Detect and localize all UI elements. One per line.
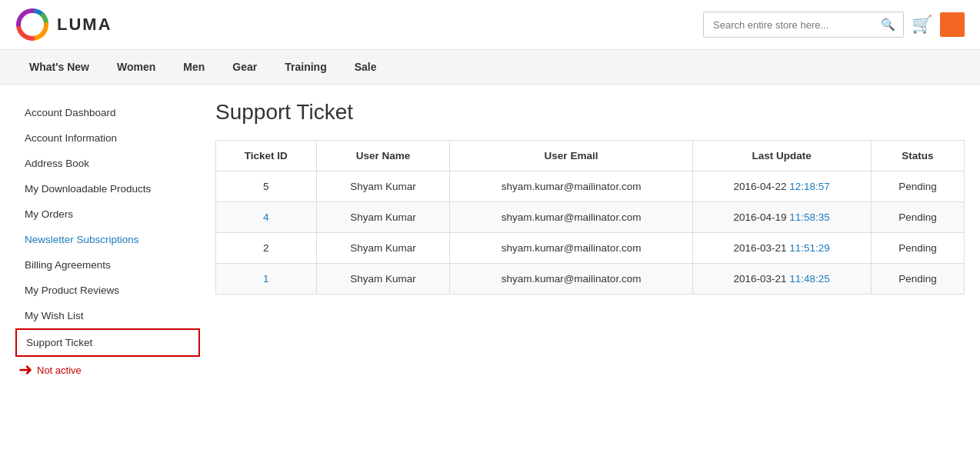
sidebar-item-wish-list[interactable]: My Wish List <box>15 303 200 328</box>
cell-last-update: 2016-04-19 11:58:35 <box>692 202 871 233</box>
cell-ticket-id[interactable]: 1 <box>216 264 317 295</box>
nav-link-men[interactable]: Men <box>169 50 218 84</box>
nav-list: What's New Women Men Gear Training Sale <box>15 50 965 84</box>
page-title: Support Ticket <box>215 100 965 125</box>
timestamp-time: 11:48:25 <box>789 273 830 285</box>
sidebar-item-address-book[interactable]: Address Book <box>15 151 200 176</box>
nav-item-training: Training <box>271 50 340 84</box>
sidebar-item-my-orders[interactable]: My Orders <box>15 201 200 227</box>
cart-icon[interactable]: 🛒 <box>912 15 932 35</box>
sidebar-item-support-ticket[interactable]: Support Ticket <box>15 328 200 357</box>
nav-link-gear[interactable]: Gear <box>218 50 271 84</box>
nav-link-sale[interactable]: Sale <box>341 50 391 84</box>
logo-text: LUMA <box>57 15 112 35</box>
sidebar-item-account-dashboard[interactable]: Account Dashboard <box>15 100 200 125</box>
table-row: 5Shyam Kumarshyam.kumar@mailinator.com20… <box>216 171 965 202</box>
annotation-row: ➜ Not active <box>18 360 200 380</box>
ticket-table: Ticket ID User Name User Email Last Upda… <box>215 140 965 295</box>
table-row: 4Shyam Kumarshyam.kumar@mailinator.com20… <box>216 202 965 233</box>
search-input[interactable] <box>704 14 873 36</box>
luma-logo-icon <box>15 8 49 42</box>
col-last-update: Last Update <box>692 141 871 171</box>
table-row: 2Shyam Kumarshyam.kumar@mailinator.com20… <box>216 233 965 264</box>
nav-link-training[interactable]: Training <box>271 50 340 84</box>
cell-user-email: shyam.kumar@mailinator.com <box>450 233 692 264</box>
sidebar-item-newsletter-subscriptions[interactable]: Newsletter Subscriptions <box>15 227 200 252</box>
cell-status: Pending <box>871 233 964 264</box>
cell-user-name: Shyam Kumar <box>316 233 450 264</box>
cell-user-email: shyam.kumar@mailinator.com <box>450 264 692 295</box>
cell-ticket-id[interactable]: 4 <box>216 202 317 233</box>
table-header-row: Ticket ID User Name User Email Last Upda… <box>216 141 965 171</box>
cell-user-name: Shyam Kumar <box>316 202 450 233</box>
not-active-label: Not active <box>37 364 82 376</box>
cell-last-update: 2016-04-22 12:18:57 <box>692 171 871 202</box>
nav-link-whats-new[interactable]: What's New <box>15 50 103 84</box>
cell-user-email: shyam.kumar@mailinator.com <box>450 171 692 202</box>
sidebar: Account Dashboard Account Information Ad… <box>15 100 200 380</box>
col-user-email: User Email <box>450 141 692 171</box>
nav-item-men: Men <box>169 50 218 84</box>
sidebar-item-product-reviews[interactable]: My Product Reviews <box>15 278 200 303</box>
timestamp-time: 12:18:57 <box>789 181 830 192</box>
cell-ticket-id[interactable]: 2 <box>216 233 317 264</box>
nav-link-women[interactable]: Women <box>103 50 169 84</box>
col-user-name: User Name <box>316 141 450 171</box>
search-button[interactable]: 🔍 <box>873 12 903 37</box>
main-content: Support Ticket Ticket ID User Name User … <box>215 100 965 380</box>
nav-item-gear: Gear <box>218 50 271 84</box>
cell-user-name: Shyam Kumar <box>316 171 450 202</box>
cell-status: Pending <box>871 202 964 233</box>
sidebar-item-downloadable-products[interactable]: My Downloadable Products <box>15 176 200 201</box>
search-bar: 🔍 <box>703 12 904 38</box>
arrow-right-icon: ➜ <box>18 360 32 380</box>
main-nav: What's New Women Men Gear Training Sale <box>0 50 980 85</box>
col-ticket-id: Ticket ID <box>216 141 317 171</box>
nav-item-whats-new: What's New <box>15 50 103 84</box>
site-header: LUMA 🔍 🛒 <box>0 0 980 50</box>
table-header: Ticket ID User Name User Email Last Upda… <box>216 141 965 171</box>
logo-area: LUMA <box>15 8 112 42</box>
sidebar-item-billing-agreements[interactable]: Billing Agreements <box>15 252 200 278</box>
timestamp-time: 11:51:29 <box>789 242 830 254</box>
timestamp-time: 11:58:35 <box>789 211 830 223</box>
col-status: Status <box>871 141 964 171</box>
cell-user-name: Shyam Kumar <box>316 264 450 295</box>
nav-item-women: Women <box>103 50 169 84</box>
cell-status: Pending <box>871 171 964 202</box>
content-wrapper: Account Dashboard Account Information Ad… <box>0 85 980 395</box>
table-body: 5Shyam Kumarshyam.kumar@mailinator.com20… <box>216 171 965 295</box>
cell-ticket-id[interactable]: 5 <box>216 171 317 202</box>
header-right: 🔍 🛒 <box>703 12 965 38</box>
cell-status: Pending <box>871 264 964 295</box>
sidebar-item-account-information[interactable]: Account Information <box>15 125 200 151</box>
cell-last-update: 2016-03-21 11:48:25 <box>692 264 871 295</box>
table-row: 1Shyam Kumarshyam.kumar@mailinator.com20… <box>216 264 965 295</box>
user-avatar[interactable] <box>940 12 965 37</box>
cell-user-email: shyam.kumar@mailinator.com <box>450 202 692 233</box>
nav-item-sale: Sale <box>341 50 391 84</box>
cell-last-update: 2016-03-21 11:51:29 <box>692 233 871 264</box>
